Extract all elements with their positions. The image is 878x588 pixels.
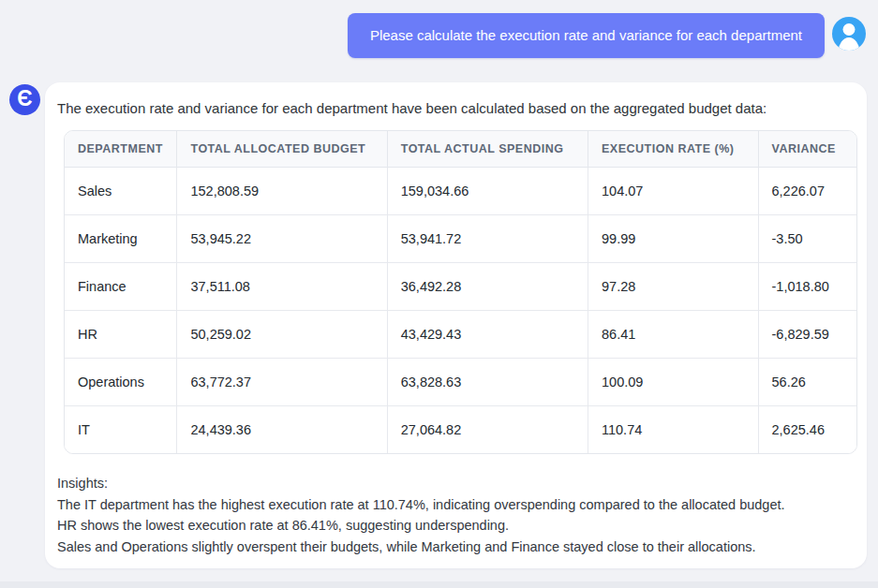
budget-table-container: DEPARTMENT TOTAL ALLOCATED BUDGET TOTAL … [64, 130, 857, 454]
table-row: HR 50,259.02 43,429.43 86.41 -6,829.59 [65, 311, 856, 359]
table-row: Operations 63,772.37 63,828.63 100.09 56… [65, 359, 856, 406]
page-bottom-strip [0, 581, 878, 588]
insight-line: Sales and Operations slightly overspent … [57, 537, 855, 558]
user-avatar-icon [832, 17, 866, 51]
cell-variance: -3.50 [758, 215, 856, 263]
table-row: IT 24,439.36 27,064.82 110.74 2,625.46 [65, 406, 856, 454]
user-message-row: Please calculate the execution rate and … [348, 13, 866, 58]
col-header-rate: EXECUTION RATE (%) [588, 131, 759, 168]
cell-department: IT [65, 406, 177, 454]
table-row: Finance 37,511.08 36,492.28 97.28 -1,018… [65, 263, 856, 311]
table-row: Marketing 53,945.22 53,941.72 99.99 -3.5… [65, 215, 856, 263]
cell-allocated: 37,511.08 [177, 263, 387, 311]
insights-label: Insights: [57, 473, 855, 494]
table-row: Sales 152,808.59 159,034.66 104.07 6,226… [65, 168, 856, 215]
col-header-variance: VARIANCE [758, 131, 856, 168]
col-header-actual: TOTAL ACTUAL SPENDING [387, 131, 588, 168]
cell-variance: -6,829.59 [758, 311, 856, 359]
cell-rate: 99.99 [588, 215, 759, 263]
col-header-allocated: TOTAL ALLOCATED BUDGET [177, 131, 387, 168]
cell-actual: 36,492.28 [387, 263, 588, 311]
cell-allocated: 63,772.37 [177, 359, 387, 406]
cell-department: Operations [65, 359, 177, 406]
col-header-department: DEPARTMENT [65, 131, 177, 168]
budget-table: DEPARTMENT TOTAL ALLOCATED BUDGET TOTAL … [65, 131, 856, 453]
table-header-row: DEPARTMENT TOTAL ALLOCATED BUDGET TOTAL … [65, 131, 856, 168]
person-icon-head [843, 23, 856, 36]
cell-actual: 63,828.63 [387, 359, 588, 406]
assistant-logo-icon: Є [9, 84, 40, 115]
cell-allocated: 53,945.22 [177, 215, 387, 263]
cell-variance: -1,018.80 [758, 263, 856, 311]
cell-variance: 6,226.07 [758, 168, 856, 215]
cell-allocated: 24,439.36 [177, 406, 387, 454]
insight-line: HR shows the lowest execution rate at 86… [57, 515, 855, 537]
cell-allocated: 50,259.02 [177, 311, 387, 359]
user-message-bubble: Please calculate the execution rate and … [348, 13, 825, 58]
cell-actual: 159,034.66 [387, 168, 588, 215]
cell-actual: 53,941.72 [387, 215, 588, 263]
assistant-intro-text: The execution rate and variance for each… [57, 99, 855, 118]
cell-allocated: 152,808.59 [177, 168, 387, 215]
cell-department: HR [65, 311, 177, 359]
cell-department: Finance [65, 263, 177, 311]
assistant-message-row: Є The execution rate and variance for ea… [9, 82, 867, 568]
cell-rate: 97.28 [588, 263, 759, 311]
cell-rate: 100.09 [588, 359, 759, 406]
cell-rate: 110.74 [588, 406, 759, 454]
person-icon-body [839, 37, 860, 51]
cell-variance: 56.26 [758, 359, 856, 406]
cell-department: Marketing [65, 215, 177, 263]
insight-line: The IT department has the highest execut… [57, 494, 855, 516]
cell-rate: 104.07 [588, 168, 759, 215]
cell-department: Sales [65, 168, 177, 215]
insights-section: Insights: The IT department has the high… [57, 473, 855, 557]
cell-actual: 27,064.82 [387, 406, 588, 454]
cell-actual: 43,429.43 [387, 311, 588, 359]
cell-variance: 2,625.46 [758, 406, 856, 454]
cell-rate: 86.41 [588, 311, 759, 359]
assistant-message-card: The execution rate and variance for each… [45, 82, 867, 568]
